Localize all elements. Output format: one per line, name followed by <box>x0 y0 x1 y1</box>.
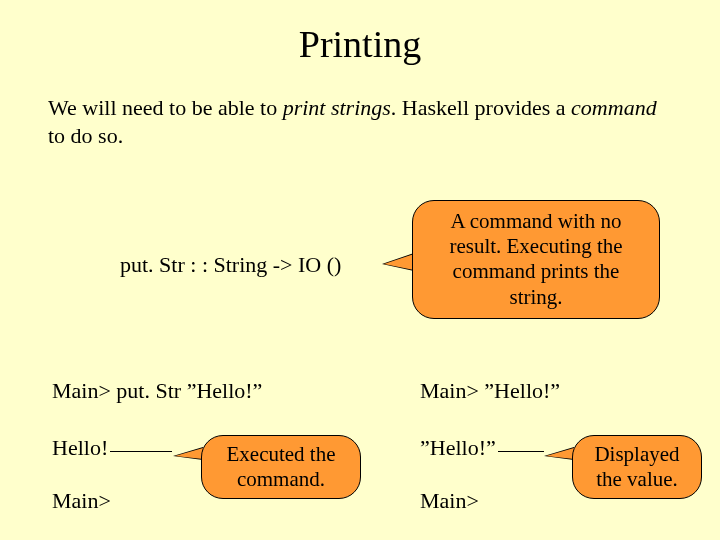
intro-emph1: print strings <box>283 95 391 120</box>
intro-part3: to do so. <box>48 123 123 148</box>
connector-line-disp <box>498 451 544 452</box>
intro-emph2: command <box>571 95 657 120</box>
page-title: Printing <box>0 22 720 66</box>
intro-part1: We will need to be able to <box>48 95 283 120</box>
repl-right-prompt: Main> <box>420 488 479 514</box>
repl-left-input: Main> put. Str ”Hello!” <box>52 378 262 404</box>
repl-left-output: Hello! <box>52 435 108 461</box>
repl-right-output: ”Hello!” <box>420 435 496 461</box>
callout-tail <box>384 254 414 270</box>
callout-explanation: A command with no result. Executing the … <box>412 200 660 319</box>
callout-disp-tail <box>546 448 574 459</box>
type-signature: put. Str : : String -> IO () <box>120 252 341 278</box>
callout-exec-tail <box>175 448 203 459</box>
intro-part2: . Haskell provides a <box>391 95 571 120</box>
repl-right-input: Main> ”Hello!” <box>420 378 560 404</box>
repl-left-prompt: Main> <box>52 488 111 514</box>
callout-executed: Executed the command. <box>201 435 361 499</box>
intro-text: We will need to be able to print strings… <box>0 94 720 149</box>
callout-displayed: Displayed the value. <box>572 435 702 499</box>
connector-line-exec <box>110 451 172 452</box>
